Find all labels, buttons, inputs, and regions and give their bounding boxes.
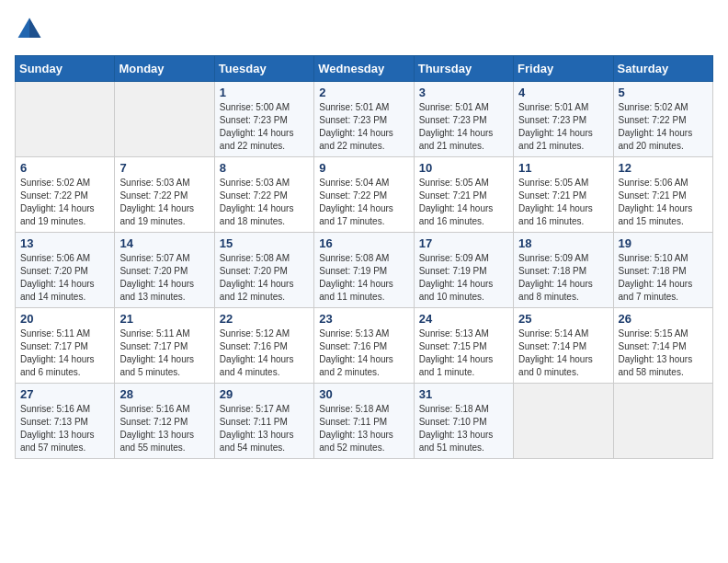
day-number: 6 <box>20 161 109 175</box>
calendar-cell: 3Sunrise: 5:01 AM Sunset: 7:23 PM Daylig… <box>414 82 513 157</box>
cell-info: Sunrise: 5:06 AM Sunset: 7:20 PM Dayligh… <box>20 252 109 304</box>
cell-info: Sunrise: 5:10 AM Sunset: 7:18 PM Dayligh… <box>619 252 708 304</box>
calendar-cell: 19Sunrise: 5:10 AM Sunset: 7:18 PM Dayli… <box>613 233 712 308</box>
calendar-cell: 9Sunrise: 5:04 AM Sunset: 7:22 PM Daylig… <box>314 157 414 233</box>
cell-info: Sunrise: 5:07 AM Sunset: 7:20 PM Dayligh… <box>119 252 209 304</box>
day-number: 24 <box>419 312 508 326</box>
day-number: 5 <box>619 86 708 99</box>
cell-info: Sunrise: 5:02 AM Sunset: 7:22 PM Dayligh… <box>619 101 708 153</box>
cell-info: Sunrise: 5:09 AM Sunset: 7:19 PM Dayligh… <box>419 252 508 304</box>
day-number: 14 <box>119 236 209 250</box>
day-number: 22 <box>220 312 309 326</box>
cell-info: Sunrise: 5:11 AM Sunset: 7:17 PM Dayligh… <box>119 327 209 379</box>
cell-info: Sunrise: 5:00 AM Sunset: 7:23 PM Dayligh… <box>220 101 309 153</box>
cell-info: Sunrise: 5:18 AM Sunset: 7:10 PM Dayligh… <box>419 403 508 454</box>
day-number: 10 <box>419 161 508 175</box>
day-number: 25 <box>518 312 608 326</box>
day-number: 26 <box>619 312 708 326</box>
day-number: 15 <box>220 236 309 250</box>
cell-info: Sunrise: 5:08 AM Sunset: 7:20 PM Dayligh… <box>220 252 309 304</box>
cell-info: Sunrise: 5:17 AM Sunset: 7:11 PM Dayligh… <box>220 403 309 454</box>
cell-info: Sunrise: 5:01 AM Sunset: 7:23 PM Dayligh… <box>319 101 408 153</box>
day-number: 16 <box>319 236 408 250</box>
calendar-cell <box>514 384 613 459</box>
day-number: 27 <box>20 387 109 401</box>
day-number: 30 <box>319 387 408 401</box>
week-row-3: 13Sunrise: 5:06 AM Sunset: 7:20 PM Dayli… <box>16 233 713 308</box>
calendar-cell: 27Sunrise: 5:16 AM Sunset: 7:13 PM Dayli… <box>16 384 115 459</box>
calendar-cell: 24Sunrise: 5:13 AM Sunset: 7:15 PM Dayli… <box>414 308 513 384</box>
calendar-cell: 20Sunrise: 5:11 AM Sunset: 7:17 PM Dayli… <box>16 308 115 384</box>
day-number: 28 <box>119 387 209 401</box>
calendar-cell <box>115 82 214 157</box>
weekday-header-tuesday: Tuesday <box>214 56 313 82</box>
weekday-header-saturday: Saturday <box>613 56 712 82</box>
svg-marker-1 <box>29 18 40 38</box>
calendar-cell: 18Sunrise: 5:09 AM Sunset: 7:18 PM Dayli… <box>514 233 613 308</box>
cell-info: Sunrise: 5:13 AM Sunset: 7:16 PM Dayligh… <box>319 327 408 379</box>
calendar-cell: 23Sunrise: 5:13 AM Sunset: 7:16 PM Dayli… <box>314 308 414 384</box>
calendar-cell: 16Sunrise: 5:08 AM Sunset: 7:19 PM Dayli… <box>314 233 414 308</box>
cell-info: Sunrise: 5:18 AM Sunset: 7:11 PM Dayligh… <box>319 403 408 454</box>
day-number: 4 <box>518 86 608 99</box>
calendar-cell: 17Sunrise: 5:09 AM Sunset: 7:19 PM Dayli… <box>414 233 513 308</box>
logo <box>15 15 48 44</box>
weekday-header-thursday: Thursday <box>414 56 513 82</box>
cell-info: Sunrise: 5:14 AM Sunset: 7:14 PM Dayligh… <box>518 327 608 379</box>
calendar-cell: 28Sunrise: 5:16 AM Sunset: 7:12 PM Dayli… <box>115 384 214 459</box>
day-number: 18 <box>518 236 608 250</box>
calendar-cell: 29Sunrise: 5:17 AM Sunset: 7:11 PM Dayli… <box>214 384 313 459</box>
cell-info: Sunrise: 5:03 AM Sunset: 7:22 PM Dayligh… <box>220 177 309 228</box>
cell-info: Sunrise: 5:01 AM Sunset: 7:23 PM Dayligh… <box>518 101 608 153</box>
day-number: 3 <box>419 86 508 99</box>
calendar-table: SundayMondayTuesdayWednesdayThursdayFrid… <box>15 55 713 459</box>
cell-info: Sunrise: 5:01 AM Sunset: 7:23 PM Dayligh… <box>419 101 508 153</box>
weekday-header-wednesday: Wednesday <box>314 56 414 82</box>
calendar-cell: 21Sunrise: 5:11 AM Sunset: 7:17 PM Dayli… <box>115 308 214 384</box>
calendar-cell: 30Sunrise: 5:18 AM Sunset: 7:11 PM Dayli… <box>314 384 414 459</box>
calendar-cell: 8Sunrise: 5:03 AM Sunset: 7:22 PM Daylig… <box>214 157 313 233</box>
week-row-2: 6Sunrise: 5:02 AM Sunset: 7:22 PM Daylig… <box>16 157 713 233</box>
weekday-header-monday: Monday <box>115 56 214 82</box>
day-number: 23 <box>319 312 408 326</box>
day-number: 12 <box>619 161 708 175</box>
day-number: 2 <box>319 86 408 99</box>
cell-info: Sunrise: 5:08 AM Sunset: 7:19 PM Dayligh… <box>319 252 408 304</box>
day-number: 21 <box>119 312 209 326</box>
day-number: 20 <box>20 312 109 326</box>
calendar-cell: 7Sunrise: 5:03 AM Sunset: 7:22 PM Daylig… <box>115 157 214 233</box>
calendar-cell <box>16 82 115 157</box>
calendar-cell: 2Sunrise: 5:01 AM Sunset: 7:23 PM Daylig… <box>314 82 414 157</box>
cell-info: Sunrise: 5:06 AM Sunset: 7:21 PM Dayligh… <box>619 177 708 228</box>
calendar-cell: 25Sunrise: 5:14 AM Sunset: 7:14 PM Dayli… <box>514 308 613 384</box>
day-number: 13 <box>20 236 109 250</box>
cell-info: Sunrise: 5:16 AM Sunset: 7:13 PM Dayligh… <box>20 403 109 454</box>
cell-info: Sunrise: 5:16 AM Sunset: 7:12 PM Dayligh… <box>119 403 209 454</box>
calendar-cell: 11Sunrise: 5:05 AM Sunset: 7:21 PM Dayli… <box>514 157 613 233</box>
week-row-4: 20Sunrise: 5:11 AM Sunset: 7:17 PM Dayli… <box>16 308 713 384</box>
cell-info: Sunrise: 5:13 AM Sunset: 7:15 PM Dayligh… <box>419 327 508 379</box>
cell-info: Sunrise: 5:11 AM Sunset: 7:17 PM Dayligh… <box>20 327 109 379</box>
cell-info: Sunrise: 5:09 AM Sunset: 7:18 PM Dayligh… <box>518 252 608 304</box>
calendar-cell: 14Sunrise: 5:07 AM Sunset: 7:20 PM Dayli… <box>115 233 214 308</box>
calendar-cell: 1Sunrise: 5:00 AM Sunset: 7:23 PM Daylig… <box>214 82 313 157</box>
calendar-cell: 4Sunrise: 5:01 AM Sunset: 7:23 PM Daylig… <box>514 82 613 157</box>
day-number: 29 <box>220 387 309 401</box>
calendar-cell <box>613 384 712 459</box>
calendar-cell: 12Sunrise: 5:06 AM Sunset: 7:21 PM Dayli… <box>613 157 712 233</box>
calendar-cell: 26Sunrise: 5:15 AM Sunset: 7:14 PM Dayli… <box>613 308 712 384</box>
cell-info: Sunrise: 5:02 AM Sunset: 7:22 PM Dayligh… <box>20 177 109 228</box>
day-number: 8 <box>220 161 309 175</box>
cell-info: Sunrise: 5:04 AM Sunset: 7:22 PM Dayligh… <box>319 177 408 228</box>
cell-info: Sunrise: 5:03 AM Sunset: 7:22 PM Dayligh… <box>119 177 209 228</box>
calendar-cell: 15Sunrise: 5:08 AM Sunset: 7:20 PM Dayli… <box>214 233 313 308</box>
calendar-cell: 31Sunrise: 5:18 AM Sunset: 7:10 PM Dayli… <box>414 384 513 459</box>
calendar-cell: 6Sunrise: 5:02 AM Sunset: 7:22 PM Daylig… <box>16 157 115 233</box>
day-number: 19 <box>619 236 708 250</box>
weekday-header-sunday: Sunday <box>16 56 115 82</box>
page-header <box>15 15 713 44</box>
day-number: 31 <box>419 387 508 401</box>
logo-icon <box>15 15 44 44</box>
calendar-cell: 22Sunrise: 5:12 AM Sunset: 7:16 PM Dayli… <box>214 308 313 384</box>
day-number: 11 <box>518 161 608 175</box>
